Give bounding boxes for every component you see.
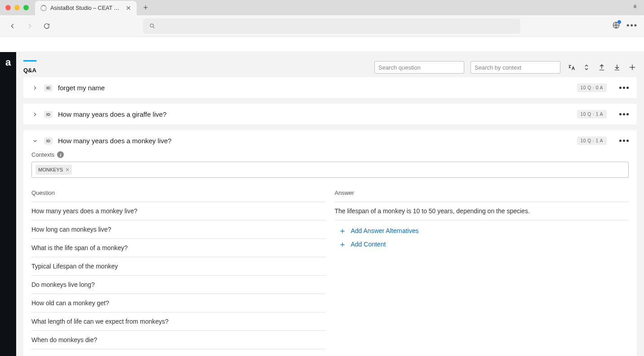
id-badge[interactable]: ID — [44, 111, 53, 118]
qa-card: ID How many years does a giraffe live? 1… — [23, 104, 637, 125]
translate-icon[interactable] — [567, 63, 576, 72]
fullscreen-window-button[interactable] — [23, 5, 29, 10]
question-row[interactable]: How long can monkeys live? — [31, 220, 326, 239]
contexts-input[interactable]: MONKEYS× — [31, 162, 629, 178]
question-row[interactable]: What length of life can we expect from m… — [31, 312, 326, 331]
search-context-input[interactable] — [471, 61, 560, 74]
forward-button[interactable] — [23, 20, 36, 32]
remove-context-icon[interactable]: × — [66, 167, 69, 173]
svg-line-1 — [153, 26, 155, 28]
question-row[interactable]: When do monkeys die? — [31, 331, 326, 349]
context-tag[interactable]: MONKEYS× — [36, 165, 72, 175]
chevron-right-icon[interactable] — [31, 84, 39, 92]
questions-column: Question How many years does a monkey li… — [31, 186, 326, 349]
card-menu-button[interactable] — [619, 140, 629, 142]
chevron-right-icon[interactable] — [31, 111, 39, 118]
add-answer-alternatives-button[interactable]: ＋Add Answer Alternatives — [335, 220, 629, 237]
card-menu-button[interactable] — [619, 87, 629, 89]
fire-icon[interactable] — [631, 3, 639, 12]
back-button[interactable] — [6, 20, 19, 32]
id-badge[interactable]: ID — [44, 137, 53, 145]
sort-icon[interactable] — [582, 63, 591, 72]
browser-toolbar: ••• — [0, 15, 644, 37]
question-row[interactable]: How many years does a monkey live? — [31, 202, 326, 220]
question-row[interactable]: Do monkeys live long? — [31, 276, 326, 294]
id-badge[interactable]: ID — [44, 84, 53, 92]
minimize-window-button[interactable] — [14, 5, 20, 10]
extensions-globe-icon[interactable] — [612, 21, 620, 31]
app-logo[interactable]: a — [5, 57, 11, 68]
close-window-button[interactable] — [5, 5, 11, 10]
svg-point-0 — [150, 24, 153, 27]
info-icon[interactable]: i — [57, 151, 64, 158]
context-tag-label: MONKEYS — [38, 167, 63, 172]
add-button[interactable] — [628, 63, 637, 72]
left-rail: a — [0, 52, 16, 356]
question-column-header: Question — [31, 186, 326, 202]
answers-column: Answer The lifespan of a monkey is 10 to… — [335, 186, 629, 349]
add-content-button[interactable]: ＋Add Content — [335, 237, 629, 251]
address-bar[interactable] — [143, 18, 520, 34]
qa-count-badge: 10 Q · 1 A — [577, 110, 607, 119]
plus-icon: ＋ — [338, 227, 346, 235]
question-row[interactable]: Typical Lifespan of the monkey — [31, 257, 326, 276]
qa-card: ID How many years does a monkey live? 10… — [23, 130, 637, 356]
upload-icon[interactable] — [597, 63, 606, 72]
answer-column-header: Answer — [335, 186, 629, 202]
reload-button[interactable] — [40, 20, 53, 32]
chevron-down-icon[interactable] — [31, 137, 39, 145]
card-title: forget my name — [58, 84, 572, 92]
qa-count-badge: 10 Q · 0 A — [577, 84, 607, 92]
qa-list[interactable]: ID forget my name 10 Q · 0 A ID How many… — [23, 77, 641, 356]
app-container: a Q&A — [0, 52, 644, 356]
card-title: How many years does a monkey live? — [58, 137, 572, 145]
browser-menu-button[interactable]: ••• — [626, 21, 638, 31]
main-panel: Q&A — [16, 52, 644, 356]
card-header[interactable]: ID How many years does a monkey live? 10… — [23, 130, 637, 151]
contexts-label: Contexts i — [31, 151, 629, 158]
notification-dot — [617, 20, 621, 24]
qa-count-badge: 10 Q · 1 A — [577, 136, 607, 145]
qa-card: ID forget my name 10 Q · 0 A — [23, 77, 637, 98]
card-header[interactable]: ID forget my name 10 Q · 0 A — [23, 77, 637, 98]
question-row[interactable]: What is the life span of a monkey? — [31, 239, 326, 257]
card-title: How many years does a giraffe live? — [58, 110, 572, 118]
search-icon — [149, 23, 155, 29]
new-tab-button[interactable]: + — [139, 1, 152, 14]
card-body: Contexts i MONKEYS× Question How many ye… — [23, 151, 637, 356]
window-controls — [5, 5, 29, 10]
question-row[interactable]: How old can a monkey get? — [31, 294, 326, 312]
search-question-input[interactable] — [374, 61, 464, 74]
tab-qa[interactable]: Q&A — [23, 60, 36, 74]
card-menu-button[interactable] — [619, 113, 629, 115]
tab-title: AsistaBot Studio – CEAT vRCM — [50, 5, 122, 11]
browser-tab[interactable]: AsistaBot Studio – CEAT vRCM ✕ — [35, 1, 137, 15]
bookmark-bar-empty — [0, 37, 644, 52]
download-icon[interactable] — [613, 63, 622, 72]
close-tab-button[interactable]: ✕ — [126, 4, 131, 12]
browser-tab-bar: AsistaBot Studio – CEAT vRCM ✕ + — [0, 0, 644, 15]
loading-favicon — [40, 5, 47, 11]
tab-header-row: Q&A — [23, 60, 637, 74]
answer-row[interactable]: The lifespan of a monkey is 10 to 50 yea… — [335, 202, 629, 220]
card-header[interactable]: ID How many years does a giraffe live? 1… — [23, 104, 637, 125]
plus-icon: ＋ — [338, 240, 346, 248]
